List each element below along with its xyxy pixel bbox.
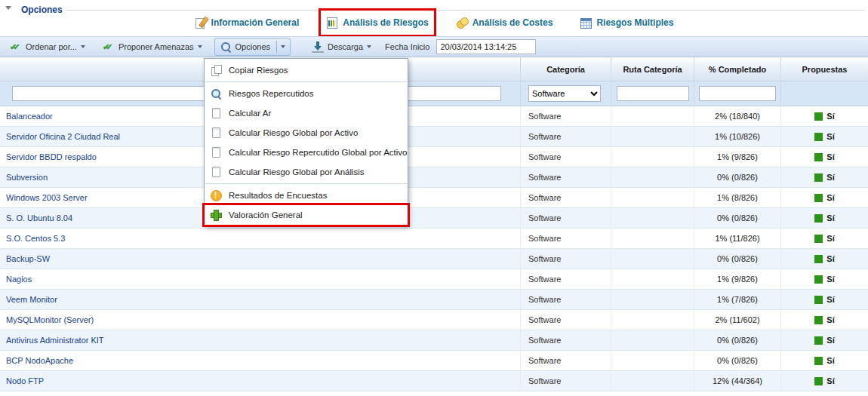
doublecheck-icon <box>103 41 115 53</box>
completado-cell: 12% (44/364) <box>694 371 781 391</box>
ruta-categoria-cell <box>611 229 694 248</box>
table-row[interactable]: S. O. Ubuntu 8.04 Software 0% (0/826) Sí <box>0 208 868 229</box>
tab[interactable]: Análisis de Costes <box>454 14 556 32</box>
propuestas-value: Sí <box>826 376 834 385</box>
table-row[interactable]: Servidor Oficina 2 Ciudad Real Software … <box>0 127 868 147</box>
column-header-propuestas[interactable]: Propuestas <box>781 57 868 81</box>
menu-item[interactable]: Copiar Riesgos <box>205 60 408 80</box>
tab-label: Información General <box>211 17 300 28</box>
propuestas-cell: Sí <box>781 229 868 248</box>
menu-separator <box>205 183 407 184</box>
propuestas-cell: Sí <box>781 188 868 207</box>
menu-item[interactable]: Valoración General <box>205 205 408 225</box>
categoria-cell: Software <box>521 351 611 370</box>
propuestas-value: Sí <box>826 336 834 345</box>
menu-item-label: Calcular Riesgo Global por Activo <box>229 128 358 137</box>
column-header-categoria[interactable]: Categoría <box>521 57 611 81</box>
table-row[interactable]: Servidor BBDD respaldo Software 1% (9/82… <box>0 147 868 167</box>
propuestas-cell: Sí <box>781 330 868 350</box>
categoria-cell: Software <box>521 229 611 248</box>
propuestas-value: Sí <box>826 173 834 182</box>
menu-item[interactable]: Calcular Riesgo Global por Activo <box>205 123 408 143</box>
completado-cell: 0% (0/826) <box>694 249 781 269</box>
menu-item[interactable]: Calcular Riesgo Repercutido Global por A… <box>205 143 408 162</box>
tab-label: Riesgos Múltiples <box>596 17 673 28</box>
panel-title: Opciones <box>21 5 63 15</box>
assets-grid: Categoría Ruta Categoría % Completado Pr… <box>0 57 868 391</box>
ruta-categoria-cell <box>611 290 694 309</box>
menu-item[interactable]: Resultados de Encuestas <box>205 186 408 205</box>
completado-cell: 1% (10/826) <box>694 127 781 146</box>
multi-grid-icon <box>580 17 592 29</box>
options-button[interactable]: Opciones <box>214 38 291 56</box>
table-row[interactable]: Nagios Software 1% (9/826) Sí <box>0 269 868 290</box>
completado-filter-input[interactable] <box>699 86 776 101</box>
categoria-cell: Software <box>521 147 611 167</box>
table-row[interactable]: Antivirus Administrator KIT Software 0% … <box>0 330 868 351</box>
table-row[interactable]: Balanceador Software 2% (18/840) Sí <box>0 106 868 127</box>
menu-item-label: Calcular Riesgo Repercutido Global por A… <box>229 148 408 157</box>
table-row[interactable]: BCP NodoApache Software 0% (0/826) Sí <box>0 351 868 371</box>
asset-name-cell: Backup-SW <box>0 249 521 269</box>
table-row[interactable]: Veem Monitor Software 1% (7/826) Sí <box>0 290 868 310</box>
table-row[interactable]: Nodo FTP Software 12% (44/364) Sí <box>0 371 868 391</box>
ruta-categoria-cell <box>611 188 694 207</box>
edit-page-icon <box>195 17 207 29</box>
categoria-cell: Software <box>521 167 611 187</box>
ruta-filter-input[interactable] <box>617 86 689 101</box>
completado-cell: 1% (9/826) <box>694 269 781 289</box>
menu-separator <box>205 81 407 82</box>
collapse-arrow-icon[interactable] <box>5 4 17 16</box>
menu-item[interactable]: Riesgos Repercutidos <box>205 84 408 103</box>
table-row[interactable]: S.O. Centos 5.3 Software 1% (11/826) Sí <box>0 229 868 249</box>
table-row[interactable]: Backup-SW Software 0% (0/826) Sí <box>0 249 868 269</box>
start-date-input[interactable] <box>436 39 536 54</box>
completado-cell: 0% (0/826) <box>694 208 781 228</box>
risk-chart-icon <box>326 17 338 29</box>
doublecheck-icon <box>10 41 22 53</box>
status-square-icon <box>814 275 823 284</box>
document-icon <box>210 127 222 139</box>
table-row[interactable]: Subversion Software 0% (0/826) Sí <box>0 167 868 188</box>
menu-item-label: Copiar Riesgos <box>229 66 288 75</box>
menu-item[interactable]: Calcular Ar <box>205 103 408 123</box>
menu-item-label: Calcular Riesgo Global por Análisis <box>229 167 365 177</box>
column-header-ruta-categoria[interactable]: Ruta Categoría <box>611 57 694 81</box>
propuestas-value: Sí <box>826 275 834 284</box>
categoria-filter-select[interactable]: Software <box>528 85 601 102</box>
table-row[interactable]: MySQLMonitor (Server) Software 2% (11/60… <box>0 310 868 330</box>
tab[interactable]: Información General <box>192 14 302 32</box>
propuestas-cell: Sí <box>781 351 868 370</box>
document-icon <box>210 146 222 158</box>
chevron-down-icon <box>367 45 371 48</box>
status-square-icon <box>814 357 823 365</box>
tab-label: Análisis de Riesgos <box>343 17 428 28</box>
tab-label: Análisis de Costes <box>472 17 553 28</box>
categoria-cell: Software <box>521 371 611 391</box>
column-header-completado[interactable]: % Completado <box>694 57 781 81</box>
sort-by-button[interactable]: Ordenar por... <box>5 38 91 56</box>
download-button[interactable]: Descarga <box>306 38 377 56</box>
completado-cell: 1% (7/826) <box>694 290 781 309</box>
options-split-arrow[interactable] <box>276 41 285 53</box>
tab[interactable]: Análisis de Riesgos <box>324 14 430 32</box>
completado-cell: 0% (0/826) <box>694 330 781 350</box>
table-row[interactable]: Windows 2003 Server Software 1% (8/826) … <box>0 188 868 208</box>
propuestas-cell: Sí <box>781 310 868 330</box>
tab[interactable]: Riesgos Múltiples <box>577 14 676 32</box>
categoria-cell: Software <box>521 269 611 289</box>
menu-item-label: Valoración General <box>229 210 303 219</box>
magnifier-icon <box>220 41 232 53</box>
status-square-icon <box>814 153 823 161</box>
status-square-icon <box>814 235 823 243</box>
completado-cell: 0% (0/826) <box>694 351 781 370</box>
propose-threats-button[interactable]: Proponer Amenazas <box>97 38 208 56</box>
propuestas-value: Sí <box>826 112 834 121</box>
status-square-icon <box>814 173 823 182</box>
asset-name-cell: BCP NodoApache <box>0 351 521 370</box>
ruta-categoria-cell <box>611 269 694 289</box>
categoria-cell: Software <box>521 249 611 269</box>
menu-item[interactable]: Calcular Riesgo Global por Análisis <box>205 162 408 182</box>
status-square-icon <box>814 133 823 141</box>
status-square-icon <box>814 296 823 304</box>
